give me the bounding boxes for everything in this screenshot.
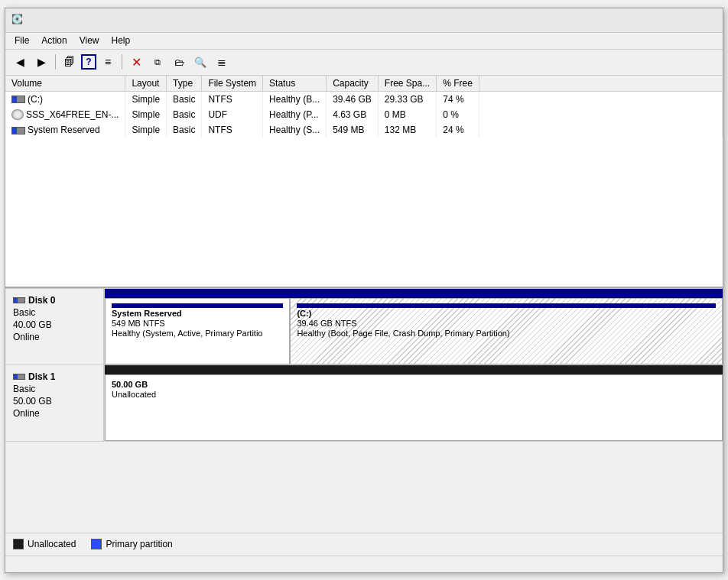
partition-name: System Reserved bbox=[112, 309, 283, 318]
cell-status: Healthy (P... bbox=[263, 107, 327, 123]
col-freespace: Free Spa... bbox=[378, 76, 436, 92]
close-button[interactable] bbox=[681, 8, 717, 32]
legend-unallocated: Unallocated bbox=[13, 539, 76, 549]
legend-primary-box bbox=[91, 539, 102, 549]
legend-bar: Unallocated Primary partition bbox=[5, 533, 723, 556]
partition-size: 549 MB NTFS bbox=[112, 319, 283, 328]
disk-label-0: Disk 0 Basic 40.00 GB Online bbox=[5, 289, 105, 365]
forward-button[interactable]: ▶ bbox=[31, 52, 51, 72]
partition-top-bar bbox=[297, 303, 716, 308]
cell-type: Basic bbox=[167, 91, 202, 107]
app-icon: 💽 bbox=[11, 14, 24, 26]
cell-layout: Simple bbox=[125, 107, 167, 123]
menu-help[interactable]: Help bbox=[106, 34, 137, 47]
table-header-row: Volume Layout Type File System Status Ca… bbox=[5, 76, 723, 92]
properties-button[interactable]: ≡ bbox=[98, 52, 118, 72]
disk-status: Online bbox=[13, 332, 96, 342]
more-button[interactable]: ≣ bbox=[212, 52, 232, 72]
menu-view[interactable]: View bbox=[73, 34, 106, 47]
folder-button[interactable]: 🗁 bbox=[169, 52, 189, 72]
col-layout: Layout bbox=[125, 76, 167, 92]
partition-1-0[interactable]: 50.00 GBUnallocated bbox=[105, 374, 723, 441]
disk-header-bar bbox=[105, 289, 723, 298]
window-controls bbox=[611, 8, 717, 32]
cell-freespace: 132 MB bbox=[378, 122, 436, 138]
disk-name: Disk 1 bbox=[13, 371, 96, 382]
disk-size: 50.00 GB bbox=[13, 396, 96, 407]
partition-0-0[interactable]: System Reserved549 MB NTFSHealthy (Syste… bbox=[105, 298, 290, 365]
disk-status: Online bbox=[13, 408, 96, 419]
menu-bar: File Action View Help bbox=[5, 33, 723, 50]
toolbar: ◀ ▶ 🗐 ? ≡ ✕ ⧉ 🗁 🔍 ≣ bbox=[5, 50, 723, 76]
delete-button[interactable]: ✕ bbox=[126, 52, 146, 72]
partition-size: 39.46 GB NTFS bbox=[297, 319, 716, 328]
col-status: Status bbox=[263, 76, 327, 92]
partition-name: (C:) bbox=[297, 309, 716, 318]
disk-content-1: 50.00 GBUnallocated bbox=[105, 365, 723, 441]
col-percentfree: % Free bbox=[437, 76, 479, 92]
disk-type: Basic bbox=[13, 307, 96, 318]
cell-extra bbox=[479, 107, 722, 123]
disk-size: 40.00 GB bbox=[13, 319, 96, 330]
menu-file[interactable]: File bbox=[8, 34, 35, 47]
col-filesystem: File System bbox=[202, 76, 263, 92]
toolbar-separator-2 bbox=[122, 54, 122, 70]
cell-type: Basic bbox=[167, 122, 202, 138]
status-bar bbox=[5, 556, 723, 572]
maximize-button[interactable] bbox=[646, 8, 681, 32]
disk-name: Disk 0 bbox=[13, 295, 96, 306]
table-row[interactable]: SSS_X64FREE_EN-... Simple Basic UDF Heal… bbox=[5, 107, 723, 123]
cell-freespace: 29.33 GB bbox=[378, 91, 436, 107]
partition-status: Healthy (System, Active, Primary Partiti… bbox=[112, 329, 283, 338]
copy-button[interactable]: ⧉ bbox=[148, 52, 167, 72]
disk-header-bar bbox=[105, 365, 723, 374]
volume-table: Volume Layout Type File System Status Ca… bbox=[5, 76, 723, 138]
minimize-button[interactable] bbox=[611, 8, 646, 32]
legend-primary-label: Primary partition bbox=[106, 539, 172, 549]
cell-status: Healthy (S... bbox=[263, 122, 327, 138]
menu-action[interactable]: Action bbox=[35, 34, 73, 47]
cell-percentfree: 24 % bbox=[437, 122, 479, 138]
partition-status: Healthy (Boot, Page File, Crash Dump, Pr… bbox=[297, 329, 716, 338]
disk-visual-area[interactable]: Disk 0 Basic 40.00 GB Online System Rese… bbox=[5, 288, 723, 533]
disk-management-window: 💽 File Action View Help ◀ ▶ 🗐 ? ≡ ✕ ⧉ 🗁 … bbox=[5, 8, 723, 573]
disk-row-0: Disk 0 Basic 40.00 GB Online System Rese… bbox=[5, 289, 723, 365]
cell-filesystem: NTFS bbox=[202, 91, 263, 107]
legend-unallocated-box bbox=[13, 539, 24, 549]
partition-name: 50.00 GB bbox=[112, 380, 716, 389]
cell-volume: SSS_X64FREE_EN-... bbox=[5, 107, 125, 123]
main-area: Volume Layout Type File System Status Ca… bbox=[5, 76, 723, 572]
show-list-button[interactable]: 🗐 bbox=[60, 52, 80, 72]
cell-freespace: 0 MB bbox=[378, 107, 436, 123]
disk-type: Basic bbox=[13, 384, 96, 394]
col-type: Type bbox=[167, 76, 202, 92]
cell-volume: (C:) bbox=[5, 91, 125, 107]
cell-layout: Simple bbox=[125, 122, 167, 138]
search-button[interactable]: 🔍 bbox=[190, 52, 210, 72]
table-row[interactable]: System Reserved Simple Basic NTFS Health… bbox=[5, 122, 723, 138]
status-text bbox=[11, 559, 14, 569]
back-button[interactable]: ◀ bbox=[10, 52, 30, 72]
cell-percentfree: 0 % bbox=[437, 107, 479, 123]
cell-filesystem: NTFS bbox=[202, 122, 263, 138]
volume-table-area[interactable]: Volume Layout Type File System Status Ca… bbox=[5, 76, 723, 288]
col-capacity: Capacity bbox=[327, 76, 379, 92]
cell-percentfree: 74 % bbox=[437, 91, 479, 107]
partition-status: Unallocated bbox=[112, 390, 716, 399]
help-button[interactable]: ? bbox=[81, 54, 96, 70]
col-volume: Volume bbox=[5, 76, 125, 92]
cell-capacity: 39.46 GB bbox=[327, 91, 379, 107]
cell-type: Basic bbox=[167, 107, 202, 123]
disk-row-1: Disk 1 Basic 50.00 GB Online 50.00 GBUna… bbox=[5, 365, 723, 442]
cell-filesystem: UDF bbox=[202, 107, 263, 123]
partition-0-1[interactable]: (C:)39.46 GB NTFSHealthy (Boot, Page Fil… bbox=[290, 298, 723, 365]
disk-partitions-0: System Reserved549 MB NTFSHealthy (Syste… bbox=[105, 298, 723, 365]
cell-layout: Simple bbox=[125, 91, 167, 107]
legend-unallocated-label: Unallocated bbox=[28, 539, 76, 549]
table-row[interactable]: (C:) Simple Basic NTFS Healthy (B... 39.… bbox=[5, 91, 723, 107]
partition-top-bar bbox=[112, 303, 283, 308]
cell-extra bbox=[479, 91, 722, 107]
legend-primary: Primary partition bbox=[91, 539, 172, 549]
cell-status: Healthy (B... bbox=[263, 91, 327, 107]
toolbar-separator-1 bbox=[55, 54, 56, 70]
